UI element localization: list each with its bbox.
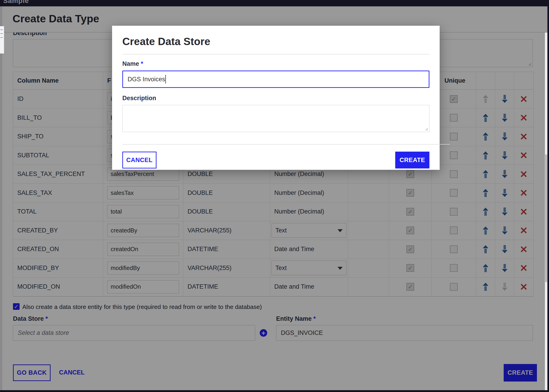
modal-name-input[interactable]: DGS Invoices bbox=[122, 70, 429, 88]
left-panel-edge bbox=[0, 26, 4, 54]
modal-name-label: Name * bbox=[122, 60, 429, 67]
screen: Sample Description Create Data Type Colu… bbox=[0, 0, 549, 392]
modal-header-divider bbox=[122, 54, 429, 54]
scrollbar[interactable] bbox=[545, 33, 547, 390]
resize-grip-icon bbox=[425, 127, 428, 131]
modal-cancel-button[interactable]: CANCEL bbox=[122, 152, 157, 168]
scrollbar-thumb[interactable] bbox=[545, 154, 547, 282]
modal-title: Create Data Store bbox=[122, 35, 429, 48]
modal-footer-divider bbox=[122, 144, 450, 145]
text-cursor bbox=[165, 75, 166, 84]
modal-description-textarea[interactable] bbox=[122, 105, 429, 132]
required-asterisk: * bbox=[141, 60, 143, 67]
modal-description-label: Description bbox=[122, 95, 429, 102]
create-data-store-modal: Create Data Store Name * DGS Invoices De… bbox=[112, 26, 440, 170]
modal-create-button[interactable]: CREATE bbox=[395, 152, 429, 168]
modal-name-value: DGS Invoices bbox=[128, 76, 165, 83]
modal-buttons: CANCEL CREATE bbox=[122, 152, 429, 168]
